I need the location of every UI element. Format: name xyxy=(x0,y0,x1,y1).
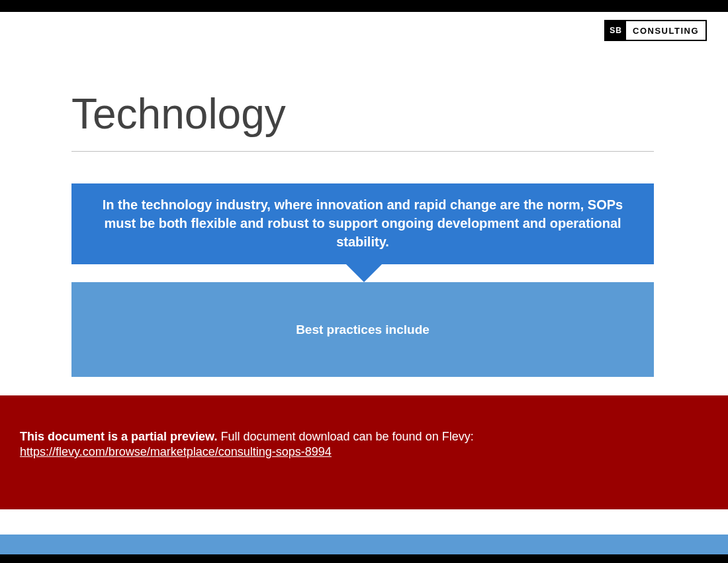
practices-box: Best practices include xyxy=(71,282,654,377)
logo-badge: SB xyxy=(606,21,626,40)
preview-link[interactable]: https://flevy.com/browse/marketplace/con… xyxy=(20,445,332,459)
title-underline xyxy=(71,151,654,152)
preview-text: This document is a partial preview. Full… xyxy=(20,430,708,444)
preview-rest: Full document download can be found on F… xyxy=(217,430,473,443)
preview-bold: This document is a partial preview. xyxy=(20,430,217,443)
top-bar xyxy=(0,0,728,12)
footer-blue xyxy=(0,535,728,554)
page-title: Technology xyxy=(71,89,286,138)
arrow-down-icon xyxy=(344,247,384,284)
footer-black xyxy=(0,554,728,563)
footer-white xyxy=(0,509,728,535)
logo: SB CONSULTING xyxy=(604,20,707,41)
logo-text: CONSULTING xyxy=(626,21,705,40)
preview-banner: This document is a partial preview. Full… xyxy=(0,395,728,509)
